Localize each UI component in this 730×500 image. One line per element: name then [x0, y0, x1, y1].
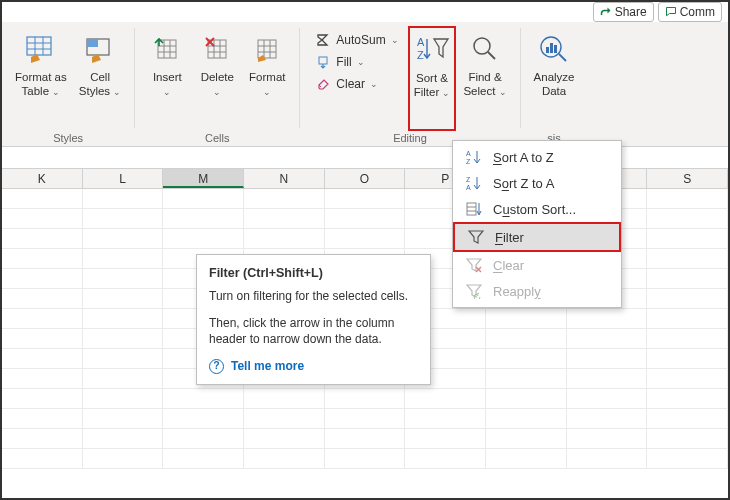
cell[interactable] — [244, 409, 325, 428]
menu-sort-za[interactable]: ZA Sort Z to A — [453, 170, 621, 196]
cell[interactable] — [325, 449, 406, 468]
menu-custom-sort[interactable]: Custom Sort... — [453, 196, 621, 222]
cell[interactable] — [647, 309, 728, 328]
cell[interactable] — [647, 289, 728, 308]
cell[interactable] — [2, 409, 83, 428]
cell[interactable] — [486, 329, 567, 348]
cell[interactable] — [647, 369, 728, 388]
cell[interactable] — [2, 309, 83, 328]
cell[interactable] — [2, 369, 83, 388]
cell[interactable] — [83, 349, 164, 368]
cell[interactable] — [83, 449, 164, 468]
table-row[interactable] — [2, 449, 728, 469]
format-button[interactable]: Format⌄ — [243, 26, 291, 131]
column-header-N[interactable]: N — [244, 169, 325, 188]
cell[interactable] — [486, 389, 567, 408]
cell[interactable] — [2, 289, 83, 308]
column-header-M[interactable]: M — [163, 169, 244, 188]
menu-filter[interactable]: Filter — [453, 222, 621, 252]
cell[interactable] — [2, 429, 83, 448]
cell[interactable] — [83, 429, 164, 448]
cell-styles-button[interactable]: Cell Styles ⌄ — [74, 26, 127, 131]
cell[interactable] — [163, 229, 244, 248]
cell[interactable] — [163, 389, 244, 408]
cell[interactable] — [83, 209, 164, 228]
cell[interactable] — [2, 389, 83, 408]
format-as-table-button[interactable]: Format as Table ⌄ — [10, 26, 72, 131]
cell[interactable] — [567, 449, 648, 468]
cell[interactable] — [486, 449, 567, 468]
cell[interactable] — [244, 389, 325, 408]
cell[interactable] — [2, 209, 83, 228]
tell-me-more-link[interactable]: ? Tell me more — [209, 358, 418, 375]
cell[interactable] — [567, 329, 648, 348]
cell[interactable] — [83, 249, 164, 268]
cell[interactable] — [567, 349, 648, 368]
cell[interactable] — [486, 309, 567, 328]
cell[interactable] — [647, 329, 728, 348]
cell[interactable] — [647, 189, 728, 208]
cell[interactable] — [405, 409, 486, 428]
cell[interactable] — [163, 209, 244, 228]
cell[interactable] — [2, 249, 83, 268]
cell[interactable] — [163, 189, 244, 208]
cell[interactable] — [83, 289, 164, 308]
cell[interactable] — [83, 189, 164, 208]
cell[interactable] — [567, 409, 648, 428]
cell[interactable] — [244, 429, 325, 448]
cell[interactable] — [83, 369, 164, 388]
cell[interactable] — [405, 429, 486, 448]
column-header-K[interactable]: K — [2, 169, 83, 188]
column-header-S[interactable]: S — [647, 169, 728, 188]
cell[interactable] — [647, 449, 728, 468]
cell[interactable] — [83, 389, 164, 408]
cell[interactable] — [2, 329, 83, 348]
cell[interactable] — [163, 429, 244, 448]
cell[interactable] — [405, 449, 486, 468]
cell[interactable] — [486, 349, 567, 368]
table-row[interactable] — [2, 389, 728, 409]
cell[interactable] — [244, 189, 325, 208]
insert-button[interactable]: Insert⌄ — [143, 26, 191, 131]
clear-button[interactable]: Clear ⌄ — [308, 74, 405, 94]
cell[interactable] — [486, 409, 567, 428]
cell[interactable] — [567, 429, 648, 448]
cell[interactable] — [647, 209, 728, 228]
cell[interactable] — [163, 409, 244, 428]
table-row[interactable] — [2, 409, 728, 429]
cell[interactable] — [567, 389, 648, 408]
cell[interactable] — [567, 369, 648, 388]
comments-button[interactable]: Comm — [658, 2, 722, 22]
cell[interactable] — [405, 389, 486, 408]
cell[interactable] — [325, 189, 406, 208]
cell[interactable] — [325, 429, 406, 448]
cell[interactable] — [486, 369, 567, 388]
cell[interactable] — [647, 409, 728, 428]
cell[interactable] — [2, 449, 83, 468]
cell[interactable] — [647, 349, 728, 368]
autosum-button[interactable]: AutoSum ⌄ — [308, 30, 405, 50]
cell[interactable] — [647, 249, 728, 268]
cell[interactable] — [244, 449, 325, 468]
cell[interactable] — [2, 269, 83, 288]
cell[interactable] — [244, 209, 325, 228]
sort-filter-button[interactable]: AZ Sort & Filter ⌄ — [408, 26, 457, 131]
cell[interactable] — [83, 229, 164, 248]
find-select-button[interactable]: Find & Select ⌄ — [458, 26, 511, 131]
cell[interactable] — [83, 329, 164, 348]
cell[interactable] — [2, 229, 83, 248]
cell[interactable] — [83, 409, 164, 428]
cell[interactable] — [647, 269, 728, 288]
fill-button[interactable]: Fill ⌄ — [308, 52, 405, 72]
delete-button[interactable]: Delete⌄ — [193, 26, 241, 131]
column-header-L[interactable]: L — [83, 169, 164, 188]
cell[interactable] — [325, 209, 406, 228]
cell[interactable] — [244, 229, 325, 248]
cell[interactable] — [325, 409, 406, 428]
cell[interactable] — [647, 429, 728, 448]
cell[interactable] — [325, 389, 406, 408]
menu-sort-az[interactable]: AZ Sort A to Z — [453, 144, 621, 170]
column-header-O[interactable]: O — [325, 169, 406, 188]
cell[interactable] — [2, 189, 83, 208]
cell[interactable] — [647, 229, 728, 248]
